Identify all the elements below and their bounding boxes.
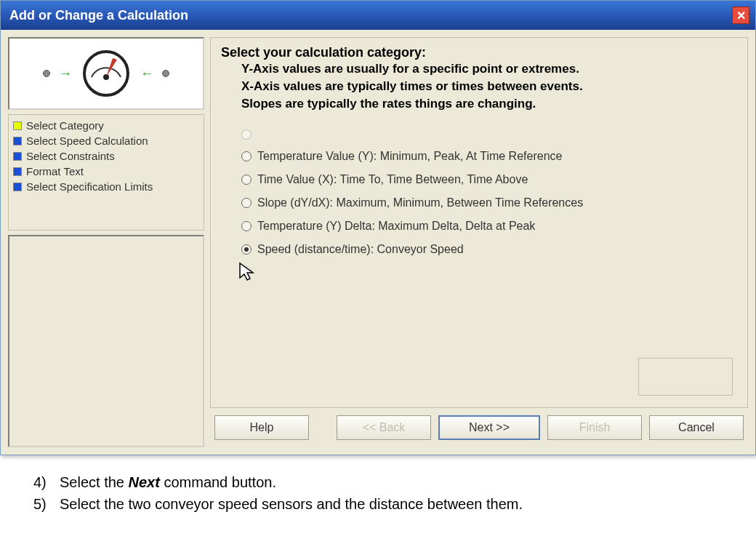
step-select-specification-limits[interactable]: Select Specification Limits: [10, 179, 202, 194]
cursor-arrow-icon: [238, 262, 254, 285]
instruction-4: 4) Select the Next command button.: [33, 471, 756, 493]
radio-icon: [241, 151, 252, 161]
radio-icon: [241, 175, 252, 185]
radio-label: Slope (dY/dX): Maximum, Minimum, Between…: [257, 196, 583, 209]
hint-panel: [8, 235, 204, 447]
radio-option-temperature-value[interactable]: Temperature Value (Y): Minimum, Peak, At…: [241, 150, 737, 163]
svg-marker-3: [240, 263, 253, 280]
radio-label: Temperature Value (Y): Minimum, Peak, At…: [257, 150, 562, 163]
step-label: Select Speed Calculation: [26, 135, 148, 147]
arrow-icon-right: ←: [140, 66, 153, 81]
instruction-bold: Next: [129, 474, 160, 490]
radio-icon: [241, 221, 252, 231]
dialog-body: → ← Select Category: [1, 30, 755, 455]
heading-subline: Slopes are typically the rates things ar…: [241, 95, 737, 113]
radio-label: Temperature (Y) Delta: Maximum Delta, De…: [257, 220, 535, 233]
right-column: Select your calculation category: Y-Axis…: [210, 37, 748, 447]
arrow-icon-left: →: [59, 66, 72, 81]
radio-option-speed[interactable]: Speed (distance/time): Conveyor Speed: [241, 243, 737, 256]
step-marker-icon: [13, 167, 22, 176]
step-label: Select Category: [26, 119, 104, 132]
finish-button[interactable]: Finish: [547, 415, 642, 440]
wizard-dialog: Add or Change a Calculation ✕ → ←: [0, 0, 756, 455]
radio-option-time-value[interactable]: Time Value (X): Time To, Time Between, T…: [241, 173, 737, 186]
step-marker-icon: [13, 183, 22, 191]
category-options: Temperature Value (Y): Minimum, Peak, At…: [241, 129, 737, 276]
instructions: 4) Select the Next command button. 5) Se…: [33, 471, 756, 515]
instruction-fragment: Select the: [60, 474, 129, 490]
step-select-category[interactable]: Select Category: [10, 118, 202, 133]
svg-point-0: [84, 52, 128, 95]
window-title: Add or Change a Calculation: [9, 8, 188, 23]
rivet-right: [162, 70, 169, 77]
step-label: Format Text: [26, 165, 84, 177]
radio-label: Time Value (X): Time To, Time Between, T…: [257, 173, 528, 186]
step-format-text[interactable]: Format Text: [10, 164, 202, 179]
radio-option-slope[interactable]: Slope (dY/dX): Maximum, Minimum, Between…: [241, 196, 737, 209]
titlebar[interactable]: Add or Change a Calculation ✕: [1, 1, 755, 30]
instruction-fragment: command button.: [160, 474, 276, 490]
heading-subline: X-Axis values are typically times or tim…: [241, 78, 737, 95]
radio-icon: [241, 129, 252, 140]
help-button[interactable]: Help: [214, 415, 309, 440]
step-label: Select Constraints: [26, 150, 115, 162]
step-marker-icon: [13, 137, 22, 145]
instruction-5: 5) Select the two conveyor speed sensors…: [33, 493, 756, 515]
instruction-text: Select the Next command button.: [60, 471, 276, 493]
wizard-step-list: Select Category Select Speed Calculation…: [8, 114, 204, 231]
gauge-illustration-panel: → ←: [8, 37, 204, 110]
left-column: → ← Select Category: [8, 37, 204, 447]
radio-label: Speed (distance/time): Conveyor Speed: [257, 243, 464, 256]
radio-option-disabled-bottom: [241, 266, 737, 276]
step-select-constraints[interactable]: Select Constraints: [10, 148, 202, 164]
instruction-number: 5): [33, 493, 51, 515]
instruction-text: Select the two conveyor speed sensors an…: [60, 493, 523, 515]
content-panel: Select your calculation category: Y-Axis…: [210, 37, 748, 408]
close-icon[interactable]: ✕: [732, 7, 749, 24]
cancel-button[interactable]: Cancel: [649, 415, 744, 440]
radio-option-temperature-delta[interactable]: Temperature (Y) Delta: Maximum Delta, De…: [241, 220, 737, 233]
step-marker-icon: [13, 121, 22, 130]
rivet-left: [43, 70, 50, 77]
next-button[interactable]: Next >>: [438, 415, 540, 440]
radio-icon: [241, 198, 252, 208]
back-button[interactable]: << Back: [337, 415, 431, 440]
radio-icon: [241, 244, 252, 255]
step-label: Select Specification Limits: [26, 180, 153, 193]
step-marker-icon: [13, 152, 22, 161]
instruction-number: 4): [33, 471, 51, 493]
radio-option-disabled-top: [241, 129, 737, 140]
category-heading: Select your calculation category:: [221, 45, 737, 60]
heading-subline: Y-Axis values are usually for a specific…: [241, 60, 737, 78]
summary-box: [638, 358, 733, 396]
step-select-speed-calculation[interactable]: Select Speed Calculation: [10, 133, 202, 148]
button-row: Help << Back Next >> Finish Cancel: [210, 408, 748, 447]
gauge-icon: [81, 48, 132, 99]
button-spacer: [316, 415, 329, 440]
